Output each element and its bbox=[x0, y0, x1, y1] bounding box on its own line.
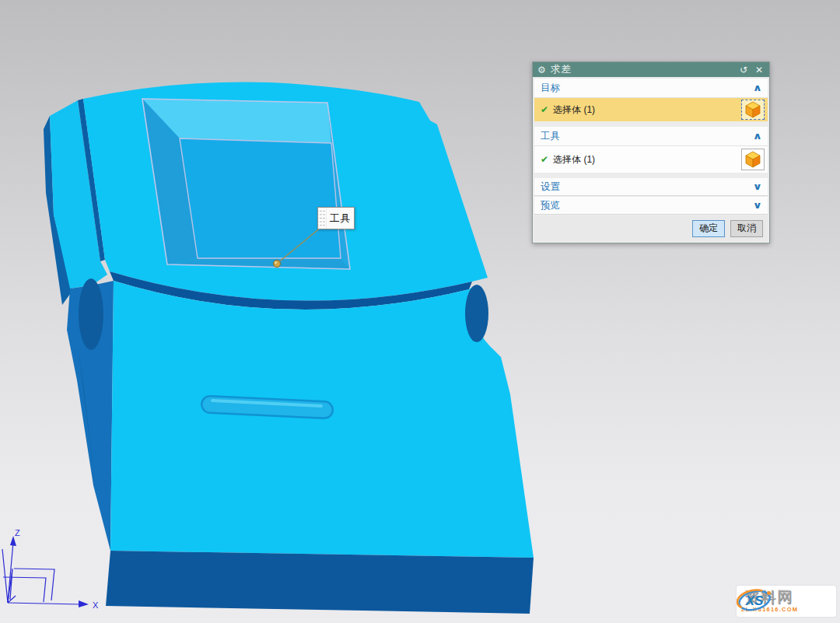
chevron-up-icon[interactable]: ∧ bbox=[753, 82, 762, 93]
tool-select-row[interactable]: ✔ 选择体 (1) bbox=[534, 146, 768, 173]
slot-pocket[interactable] bbox=[210, 401, 324, 410]
tool-body-button[interactable] bbox=[741, 149, 765, 170]
x-axis-arrow bbox=[79, 600, 89, 607]
gear-icon: ⚙ bbox=[537, 65, 546, 75]
lower-block-front-face[interactable] bbox=[106, 551, 534, 614]
selection-tooltip[interactable]: 工具 bbox=[317, 207, 355, 229]
z-axis-label: Z bbox=[15, 528, 20, 537]
settings-header-label: 设置 bbox=[541, 180, 754, 194]
reset-icon[interactable]: ↺ bbox=[738, 65, 749, 75]
check-icon: ✔ bbox=[541, 104, 548, 115]
pocket-floor[interactable] bbox=[180, 138, 341, 258]
target-body-button[interactable] bbox=[741, 100, 765, 120]
chevron-up-icon[interactable]: ∧ bbox=[753, 131, 762, 142]
watermark-logo-text: XS bbox=[745, 593, 764, 608]
x-axis-label: X bbox=[93, 600, 99, 610]
section-header-target[interactable]: 目标 ∧ bbox=[534, 79, 768, 98]
dialog-body: 目标 ∧ ✔ 选择体 (1) 工具 ∧ ✔ 选择体 (1) bbox=[533, 77, 769, 243]
preview-header-label: 预览 bbox=[541, 199, 754, 212]
tooltip-drag-dots-icon bbox=[318, 208, 327, 229]
tool-select-label: 选择体 (1) bbox=[553, 153, 737, 166]
selection-point-highlight bbox=[275, 261, 277, 264]
subtract-dialog: ⚙ 求差 ↺ ✕ 目标 ∧ ✔ 选择体 (1) 工具 ∧ ✔ bbox=[532, 61, 770, 243]
wireframe-line bbox=[14, 569, 54, 600]
cube-icon bbox=[744, 101, 762, 118]
cancel-button[interactable]: 取消 bbox=[730, 220, 763, 237]
tooltip-label: 工具 bbox=[327, 208, 354, 229]
check-icon: ✔ bbox=[541, 154, 548, 165]
dialog-titlebar[interactable]: ⚙ 求差 ↺ ✕ bbox=[533, 62, 769, 77]
selection-point[interactable] bbox=[274, 261, 281, 268]
section-header-settings[interactable]: 设置 ∨ bbox=[534, 178, 768, 196]
close-icon[interactable]: ✕ bbox=[754, 65, 765, 75]
x-axis bbox=[8, 603, 81, 604]
chevron-down-icon[interactable]: ∨ bbox=[753, 200, 762, 211]
section-gap bbox=[534, 121, 768, 127]
dialog-button-bar: 确定 取消 bbox=[534, 215, 768, 241]
wcs-axes[interactable] bbox=[2, 542, 81, 604]
watermark-logo: XS bbox=[737, 586, 772, 614]
cube-icon bbox=[744, 151, 762, 168]
chevron-down-icon[interactable]: ∨ bbox=[753, 181, 762, 192]
target-select-row[interactable]: ✔ 选择体 (1) bbox=[534, 98, 768, 121]
watermark: XS 资料网 ZL.XS1616.COM bbox=[737, 586, 836, 617]
target-select-label: 选择体 (1) bbox=[553, 103, 737, 117]
right-notch[interactable] bbox=[465, 285, 488, 342]
dialog-title: 求差 bbox=[551, 63, 733, 76]
section-header-preview[interactable]: 预览 ∨ bbox=[534, 197, 768, 215]
section-header-tool[interactable]: 工具 ∧ bbox=[534, 127, 768, 146]
left-notch[interactable] bbox=[79, 278, 103, 350]
tool-header-label: 工具 bbox=[541, 130, 754, 143]
target-header-label: 目标 bbox=[541, 82, 754, 95]
ok-button[interactable]: 确定 bbox=[692, 220, 725, 237]
